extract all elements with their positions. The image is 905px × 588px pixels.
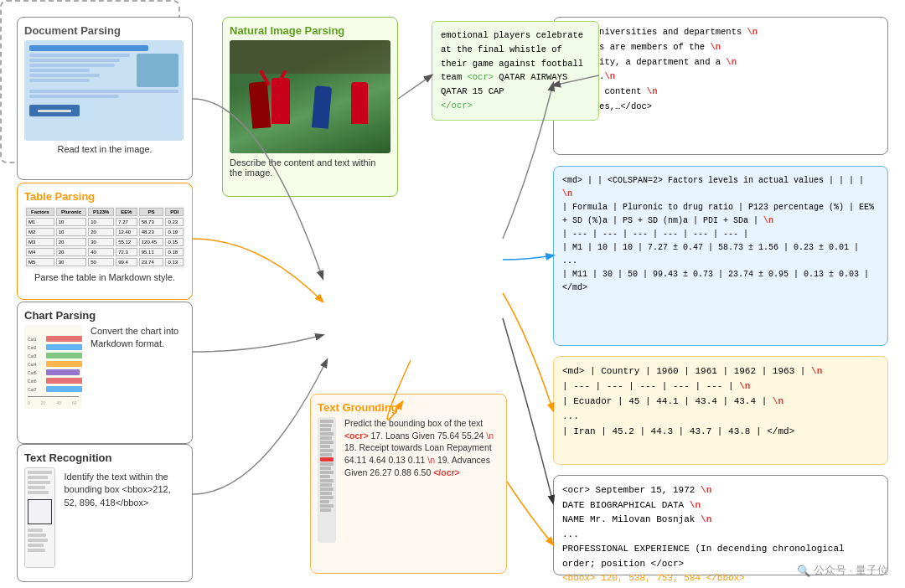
doc-parsing-caption: Read text in the image.	[24, 144, 185, 154]
table-parsing-image: FactorsPluronicP123%EE%PSPDI M110107.275…	[24, 206, 185, 269]
output-country-text: <md> | Country | 1960 | 1961 | 1962 | 19…	[562, 366, 822, 436]
doc-parsing-title: Document Parsing	[24, 24, 185, 37]
chart-parsing-caption: Convert the chart into Markdown format.	[87, 325, 185, 351]
table-parsing-panel: Table Parsing FactorsPluronicP123%EE%PSP…	[17, 183, 193, 300]
chart-parsing-panel: Chart Parsing Cat1 Cat2 Cat3 Cat4 Cat5 C…	[17, 302, 193, 444]
nat-parsing-panel: Natural Image Parsing Describe the conte…	[222, 17, 398, 197]
text-grounding-title: Text Grounding	[318, 401, 499, 414]
text-recog-panel: Text Recognition Identify the text withi…	[17, 444, 193, 582]
output-table-text: <md> | | <COLSPAN=2> Factors levels in a…	[562, 176, 874, 292]
output-ocr-panel: <ocr> September 15, 1972 \n DATE BIOGRAP…	[553, 475, 888, 575]
ocr-output-text: emotional players celebrate at the final…	[441, 30, 583, 111]
watermark-text: 公众号 · 量子位	[814, 563, 888, 578]
text-grounding-caption: Predict the bounding box of the text <oc…	[341, 417, 499, 478]
text-recog-image	[24, 467, 55, 568]
watermark-icon: 🔍	[797, 565, 810, 577]
nat-parsing-image	[230, 40, 390, 153]
chart-parsing-title: Chart Parsing	[24, 309, 185, 322]
doc-parsing-image	[24, 40, 184, 141]
output-country-panel: <md> | Country | 1960 | 1961 | 1962 | 19…	[553, 356, 888, 465]
output-doc-panel: <doc> Universities and departments \n St…	[553, 17, 888, 155]
chart-parsing-image: Cat1 Cat2 Cat3 Cat4 Cat5 Cat6 Cat7 0 20 …	[24, 325, 82, 409]
nat-parsing-caption: Describe the content and text within the…	[230, 157, 390, 178]
ocr-output-panel: emotional players celebrate at the final…	[432, 21, 599, 121]
watermark: 🔍 公众号 · 量子位	[797, 563, 888, 578]
text-recog-title: Text Recognition	[24, 451, 185, 464]
table-parsing-caption: Parse the table in Markdown style.	[24, 272, 185, 282]
nat-parsing-title: Natural Image Parsing	[230, 24, 390, 37]
table-parsing-title: Table Parsing	[24, 190, 185, 203]
doc-parsing-panel: Document Parsing Read text in t	[17, 17, 193, 180]
text-grounding-image	[318, 417, 336, 543]
text-recog-caption: Identify the text within the bounding bo…	[60, 471, 185, 509]
output-table-panel: <md> | | <COLSPAN=2> Factors levels in a…	[553, 166, 888, 346]
text-grounding-panel: Text Grounding	[310, 394, 507, 574]
